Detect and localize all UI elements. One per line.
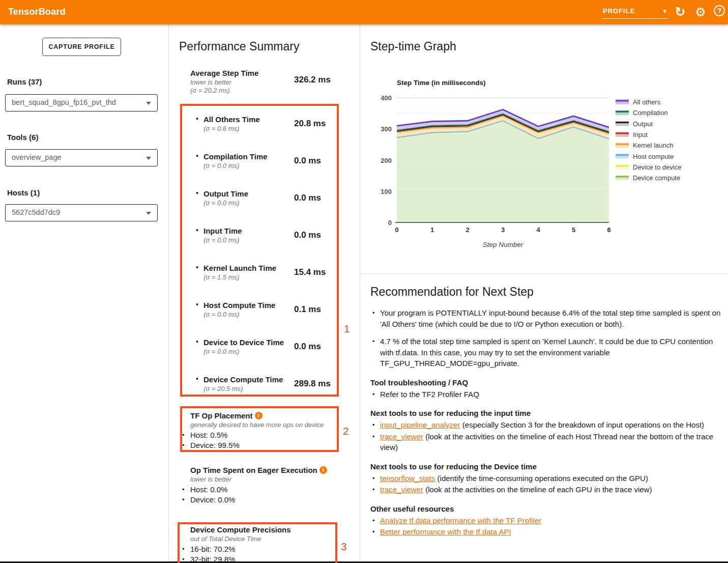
tool-link[interactable]: tensorflow_stats (380, 474, 435, 483)
bullet-icon: • (370, 419, 380, 431)
runs-select-value: bert_squad_8gpu_fp16_pvt_thd (12, 98, 116, 106)
runs-select[interactable]: bert_squad_8gpu_fp16_pvt_thd (5, 94, 158, 111)
annotation-box-3 (178, 522, 337, 563)
y-tick-label: 100 (381, 188, 392, 195)
chevron-down-icon (146, 157, 151, 160)
bullet-icon: • (370, 307, 380, 329)
annotation-box-2 (180, 406, 339, 452)
legend-swatch (616, 164, 629, 170)
bullet-icon: • (182, 495, 190, 505)
x-tick-label: 1 (430, 226, 434, 234)
avg-step-time-label: Average Step Time (190, 69, 258, 77)
recommendation-bullet: •4.7 % of the total step time sampled is… (370, 336, 722, 369)
x-tick-label: 2 (465, 226, 469, 234)
recommendation-group-heading: Other useful resources (370, 504, 722, 514)
tools-label: Tools (6) (7, 133, 38, 142)
eager-execution-note: lower is better (190, 475, 343, 484)
item-text: Refer to the TF2 Profiler FAQ (380, 390, 479, 399)
legend-label: Input (633, 131, 648, 138)
item-text: (especially Section 3 for the breakdown … (460, 420, 704, 429)
legend-swatch-line (616, 132, 629, 134)
tool-link[interactable]: trace_viewer (380, 485, 423, 494)
legend-swatch-line (616, 100, 629, 102)
annotation-label-3: 3 (341, 541, 347, 553)
help-icon[interactable]: ? (714, 5, 725, 16)
bullet-icon: • (370, 431, 380, 453)
bullet-icon: • (370, 473, 380, 484)
sidebar: CAPTURE PROFILE Runs (37) bert_squad_8gp… (0, 24, 168, 563)
recommendation-item: •input_pipeline_analyzer (especially Sec… (370, 419, 722, 431)
recommendation-group-heading: Next tools to use for reducing the Devic… (370, 462, 722, 471)
recommendation-section: Recommendation for Next Step •Your progr… (370, 285, 722, 538)
tool-link[interactable]: Analyze tf.data performance with the TF … (380, 516, 541, 525)
eager-execution-title: Op Time Spent on Eager Executioni (190, 465, 343, 475)
y-tick-label: 200 (381, 157, 392, 164)
item-text: (look at the activities on the timeline … (423, 485, 652, 494)
tool-link[interactable]: trace_viewer (380, 432, 423, 441)
legend-label: Compilation (633, 109, 668, 117)
recommendation-bullet: •Your program is POTENTIALLY input-bound… (370, 307, 722, 329)
bullet-icon: • (370, 515, 380, 526)
y-tick-label: 400 (381, 94, 392, 102)
area-device-compute (397, 121, 609, 222)
step-time-graph-title: Step-time Graph (370, 40, 456, 53)
tools-select-value: overview_page (12, 153, 62, 161)
dashboard-select[interactable]: PROFILE ▾ (603, 5, 669, 19)
recommendation-item: •Refer to the TF2 Profiler FAQ (370, 389, 722, 400)
legend-swatch (616, 132, 629, 137)
app-title: TensorBoard (8, 7, 66, 17)
recommendation-text: Your program is POTENTIALLY input-bound … (380, 307, 722, 329)
recommendation-title: Recommendation for Next Step (370, 285, 722, 299)
y-tick-label: 0 (388, 219, 392, 227)
legend-label: Output (633, 120, 653, 128)
tools-select[interactable]: overview_page (5, 149, 158, 166)
legend-label: All others (633, 98, 661, 106)
performance-summary-panel: Performance Summary Average Step Time lo… (168, 24, 360, 563)
recommendation-item: •Analyze tf.data performance with the TF… (370, 515, 722, 526)
hosts-label: Hosts (1) (7, 188, 40, 197)
legend-swatch-line (616, 122, 629, 123)
tool-link[interactable]: input_pipeline_analyzer (380, 420, 460, 429)
hosts-select[interactable]: 5627c5dd7dc9 (5, 204, 158, 221)
runs-label: Runs (37) (7, 77, 42, 86)
step-time-panel: Step-time Graph 01002003004000123456Step… (360, 24, 728, 563)
hosts-select-value: 5627c5dd7dc9 (12, 208, 60, 216)
stat-bullet: •Device: 0.0% (182, 495, 343, 505)
item-text: (identify the time-consuming operations … (435, 474, 648, 483)
step-time-chart[interactable]: 01002003004000123456Step Time (in millis… (366, 71, 722, 255)
divider (360, 273, 728, 274)
legend-swatch-line (616, 165, 629, 166)
app-header: TensorBoard PROFILE ▾ ↻ ⚙ ? (0, 0, 728, 24)
legend-swatch-line (616, 154, 629, 156)
bullet-icon: • (370, 336, 380, 369)
annotation-box-1 (180, 104, 339, 397)
legend-swatch-line (616, 111, 629, 112)
x-tick-label: 6 (607, 226, 610, 234)
x-tick-label: 5 (572, 226, 575, 234)
legend-label: Kernel launch (633, 142, 674, 149)
chevron-down-icon: ▾ (663, 5, 667, 18)
recommendation-group-heading: Next tools to use for reducing the input… (370, 408, 722, 418)
legend-label: Device to device (633, 163, 681, 171)
capture-profile-button[interactable]: CAPTURE PROFILE (42, 38, 121, 56)
x-tick-label: 4 (536, 226, 540, 234)
chart-xlabel: Step Number (483, 241, 523, 248)
bullet-icon: • (370, 526, 380, 538)
item-text: (look at the activities on the timeline … (380, 432, 713, 452)
avg-step-time-sigma: (σ = 20.2 ms) (190, 87, 230, 94)
stat-text: Device: 0.0% (190, 495, 235, 505)
bullet-icon: • (370, 484, 380, 495)
x-tick-label: 3 (501, 226, 505, 234)
recommendation-item: •trace_viewer (look at the activities on… (370, 431, 722, 453)
tensorboard-profile-page: TensorBoard PROFILE ▾ ↻ ⚙ ? CAPTURE PROF… (0, 0, 728, 563)
recommendation-item: •tensorflow_stats (identify the time-con… (370, 473, 722, 484)
recommendation-item: •trace_viewer (look at the activities on… (370, 484, 722, 495)
x-tick-label: 0 (395, 226, 398, 234)
info-icon[interactable]: i (319, 466, 327, 474)
legend-label: Device compute (633, 174, 680, 182)
recommendation-item: •Better performance with the tf.data API (370, 526, 722, 538)
gear-icon[interactable]: ⚙ (693, 4, 708, 20)
refresh-icon[interactable]: ↻ (673, 4, 688, 19)
tool-link[interactable]: Better performance with the tf.data API (380, 527, 511, 536)
chevron-down-icon (146, 212, 151, 215)
